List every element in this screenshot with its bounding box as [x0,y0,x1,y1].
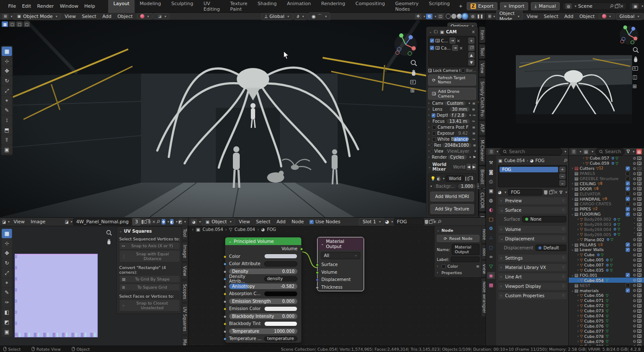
material-shading-icon[interactable] [457,14,462,19]
remove-camera-icon[interactable]: × [459,46,463,50]
gray-socket[interactable] [316,286,319,289]
topbar-menu-edit[interactable]: Edit [19,3,34,10]
camera-view-icon[interactable] [632,66,638,71]
viewport-menu-object[interactable]: Object [115,13,136,20]
disable-render-icon[interactable] [637,269,641,272]
panel-header-preview[interactable]: ›Preview⠿ [498,197,567,205]
add-drone-camera-button[interactable]: Add Drone Camera [428,88,476,100]
expand-icon[interactable]: › [428,107,431,111]
new-scene-icon[interactable] [615,5,618,8]
shader-type-dropdown[interactable]: ▣Object▾ [202,218,235,225]
outliner-search[interactable]: Search [595,148,625,155]
move-tool[interactable]: ✥ [2,66,12,76]
green-socket[interactable] [316,271,319,274]
outliner-row[interactable]: ›▽Body269.002⚙▽˅ [569,217,644,222]
exclude-checkbox[interactable]: ✓ [626,243,630,247]
image-sidebar-tab-magic-uv[interactable]: Magic-UV [182,336,188,346]
outliner-row[interactable]: ›▤HANDRAIL▽9✓⊙ [569,196,644,201]
expand-icon[interactable]: › [428,131,431,135]
toggle-icon[interactable]: ▢ [24,21,30,27]
viewport-menu-add[interactable]: Add [99,13,114,20]
setting-checkbox[interactable]: ✓ [432,113,435,118]
disable-render-icon[interactable] [637,263,641,267]
expand-icon[interactable]: › [576,334,580,338]
disable-render-icon[interactable] [637,273,641,277]
expand-icon[interactable]: › [576,253,580,257]
editor-type-icon[interactable]: ⊞ [488,14,491,19]
node-label-field[interactable] [451,257,479,262]
outliner-row[interactable]: ›▽Plane.002⚙▽⊙ [569,237,644,242]
outliner-row[interactable]: ›▽Cube.075▽⊙ [569,319,644,324]
expand-icon[interactable]: › [582,161,585,165]
expand-icon[interactable]: › [500,284,503,288]
properties-tab-physics[interactable]: ◌ [487,244,495,251]
remove-camera-icon[interactable]: × [457,38,460,43]
shader-menu-view[interactable]: View [236,218,253,225]
misc-tool[interactable]: ▣ [2,327,12,337]
setting-value[interactable]: 9.42 [456,131,470,136]
hide-eye-icon[interactable]: ⊙ [632,278,637,282]
expand-icon[interactable]: ⌄ [500,208,503,212]
sidebar-tab-view[interactable]: View [479,60,485,77]
outliner-row[interactable]: ▤ELEVATOR⊙ [569,191,644,196]
unlink-icon[interactable]: × [554,190,558,195]
pan-hand-icon[interactable] [106,239,112,245]
expand-icon[interactable]: › [570,187,574,191]
add-sky-texture-button[interactable]: Add Sky Texture [430,204,474,214]
hide-eye-icon[interactable]: ⊙ [632,248,637,252]
zoom-icon[interactable] [632,47,639,53]
transform-orientation-dropdown[interactable]: Global▾ [616,13,643,20]
editor-type-icon[interactable]: ☰ [571,149,576,154]
value-slider[interactable]: Blackbody Intensity0.000 [229,314,297,319]
outliner-row[interactable]: ›▽Cube.078▽⊙ [569,334,644,339]
green-socket[interactable] [316,263,319,266]
gray-socket[interactable] [223,285,226,288]
exclude-checkbox[interactable] [626,172,630,176]
attribute-field[interactable]: density [264,276,297,281]
sidebar-tab-clicor[interactable]: CLICOR [479,189,485,212]
disable-render-icon[interactable] [637,304,641,308]
import-button[interactable]: »Import [500,2,528,10]
disable-render-icon[interactable] [637,162,641,165]
disable-render-icon[interactable] [637,289,641,292]
rotate-tool[interactable]: ↻ [2,258,12,268]
exclude-checkbox[interactable] [626,202,630,206]
rendered-shading-icon[interactable] [462,14,468,19]
sub-value-field[interactable]: Default [535,245,566,251]
expand-icon[interactable]: ⌄ [570,289,574,293]
copy-icon[interactable] [144,220,147,224]
node-input-row[interactable]: Anisotropy-0.582 [225,283,301,290]
show-gizmo-toggle[interactable]: ✥ [415,14,421,19]
hide-eye-icon[interactable]: ⊙ [632,166,637,171]
shader-menu-select[interactable]: Select [253,218,273,225]
expand-icon[interactable]: › [576,268,580,272]
options-dropdown[interactable]: ▾ [565,150,566,154]
hide-eye-icon[interactable]: ⊙ [632,319,637,323]
pin-icon[interactable]: ⚲ [608,3,615,9]
rotate-tool[interactable]: ↻ [2,76,12,86]
gray-socket[interactable] [223,315,226,318]
principled-volume-node[interactable]: ⌄Principled Volume Volume ColorColor Att… [225,237,302,343]
outliner-row[interactable]: ›▽Body269.005⚙▽˅ [569,232,644,237]
workspace-tab-modeling[interactable]: Modeling [135,0,166,14]
expand-icon[interactable]: › [428,119,431,123]
zoom-icon[interactable] [410,59,417,66]
outliner-row[interactable]: ›▽Cube.072▽⊙ [569,303,644,308]
close-icon[interactable]: × [472,30,475,34]
expand-icon[interactable]: › [570,243,574,247]
copy-icon[interactable] [429,220,432,224]
shader-menu-add[interactable]: Add [273,218,288,225]
outliner-row[interactable]: ›▽Cube.071▽⊙ [569,298,644,303]
render-preview-icon[interactable]: ◍ [470,14,476,19]
hide-eye-icon[interactable]: ⊙ [632,181,637,186]
pan-hand-icon[interactable] [410,70,417,77]
sidebar-tab-tool[interactable]: Tool [479,44,485,59]
transform-tool[interactable]: ⌖ [2,96,12,105]
disable-render-icon[interactable] [637,202,641,206]
cursor-tool[interactable]: ⊹ [2,239,12,248]
workspace-tab-texture-paint[interactable]: Texture Paint [225,0,253,14]
panel-header-viewport-display[interactable]: ›Viewport Display⠿ [498,282,567,290]
move-up-button[interactable]: ▲ [468,52,474,58]
exclude-checkbox[interactable]: ✓ [626,166,630,171]
sidebar-tab-item[interactable]: Item [479,27,485,43]
